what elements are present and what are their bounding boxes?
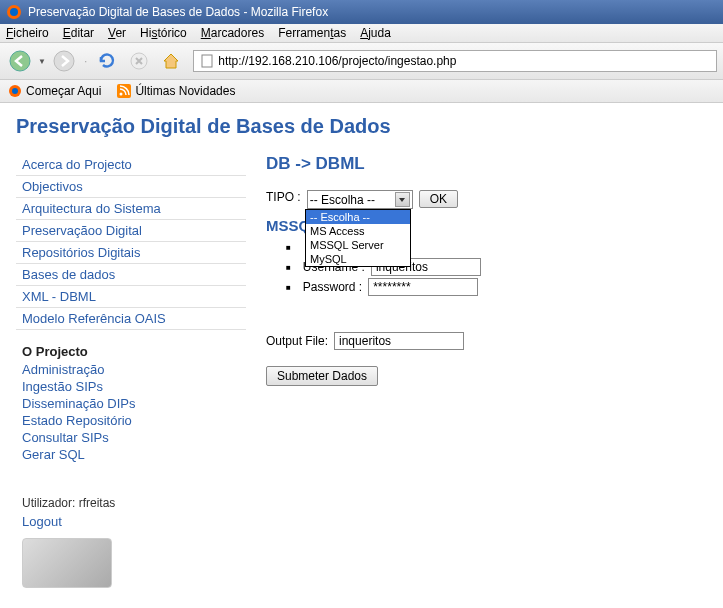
svg-point-1 bbox=[10, 8, 18, 16]
submit-button[interactable]: Submeter Dados bbox=[266, 366, 378, 386]
chevron-down-icon bbox=[395, 192, 410, 207]
output-label: Output File: bbox=[266, 334, 328, 348]
menu-historico[interactable]: Histórico bbox=[140, 26, 187, 40]
firefox-icon bbox=[6, 4, 22, 20]
form-row-password: Password : bbox=[286, 278, 707, 296]
menu-marcadores[interactable]: Marcadores bbox=[201, 26, 264, 40]
dropdown-option-mssql[interactable]: MSSQL Server bbox=[306, 238, 410, 252]
bookmark-novidades[interactable]: Últimas Novidades bbox=[117, 84, 235, 98]
sidebar-item-admin[interactable]: Administração bbox=[16, 361, 246, 378]
sidebar-item-repositorios[interactable]: Repositórios Digitais bbox=[16, 242, 246, 264]
dropdown-option-msaccess[interactable]: MS Access bbox=[306, 224, 410, 238]
sidebar-item-gerar[interactable]: Gerar SQL bbox=[16, 446, 246, 463]
firefox-small-icon bbox=[8, 84, 22, 98]
menu-editar[interactable]: Editar bbox=[63, 26, 94, 40]
user-label: Utilizador: rfreitas bbox=[16, 493, 246, 513]
svg-point-9 bbox=[120, 93, 123, 96]
home-button[interactable] bbox=[157, 47, 185, 75]
tipo-label: TIPO : bbox=[266, 190, 301, 204]
menu-ajuda[interactable]: Ajuda bbox=[360, 26, 391, 40]
sidebar-item-estado[interactable]: Estado Repositório bbox=[16, 412, 246, 429]
sidebar-item-disseminacao[interactable]: Disseminação DIPs bbox=[16, 395, 246, 412]
sidebar-item-objectivos[interactable]: Objectivos bbox=[16, 176, 246, 198]
rss-icon bbox=[117, 84, 131, 98]
page-icon bbox=[200, 54, 214, 68]
main-heading: DB -> DBML bbox=[266, 154, 707, 174]
svg-point-7 bbox=[12, 88, 18, 94]
nav-toolbar: ▼ · http://192.168.210.106/projecto/inge… bbox=[0, 43, 723, 80]
sidebar-item-preservacao[interactable]: Preservaçãoo Digital bbox=[16, 220, 246, 242]
password-label: Password : bbox=[303, 280, 362, 294]
bookmark-novidades-label: Últimas Novidades bbox=[135, 84, 235, 98]
back-dropdown-icon[interactable]: ▼ bbox=[38, 57, 46, 66]
dropdown-option-mysql[interactable]: MySQL bbox=[306, 252, 410, 266]
tipo-dropdown: -- Escolha -- MS Access MSSQL Server MyS… bbox=[305, 209, 411, 267]
menu-ficheiro[interactable]: Ficheiro bbox=[6, 26, 49, 40]
bookmark-toolbar: Começar Aqui Últimas Novidades bbox=[0, 80, 723, 103]
sidebar-item-consultar[interactable]: Consultar SIPs bbox=[16, 429, 246, 446]
menu-bar: Ficheiro Editar Ver Histórico Marcadores… bbox=[0, 24, 723, 43]
stop-button[interactable] bbox=[125, 47, 153, 75]
page-title: Preservação Digital de Bases de Dados bbox=[16, 115, 707, 138]
ok-button[interactable]: OK bbox=[419, 190, 458, 208]
nav-separator: · bbox=[84, 54, 87, 68]
url-text: http://192.168.210.106/projecto/ingestao… bbox=[218, 54, 456, 68]
bookmark-comecar[interactable]: Começar Aqui bbox=[8, 84, 101, 98]
sidebar: Acerca do Projecto Objectivos Arquitectu… bbox=[16, 154, 246, 596]
reload-button[interactable] bbox=[93, 47, 121, 75]
svg-rect-5 bbox=[202, 55, 212, 67]
sidebar-item-xml[interactable]: XML - DBML bbox=[16, 286, 246, 308]
sidebar-item-ingestao[interactable]: Ingestão SIPs bbox=[16, 378, 246, 395]
sidebar-item-bases[interactable]: Bases de dados bbox=[16, 264, 246, 286]
menu-ver[interactable]: Ver bbox=[108, 26, 126, 40]
menu-ferramentas[interactable]: Ferramentas bbox=[278, 26, 346, 40]
main-content: DB -> DBML TIPO : -- Escolha -- OK -- Es… bbox=[266, 154, 707, 596]
back-button[interactable] bbox=[6, 47, 34, 75]
sidebar-item-modelo[interactable]: Modelo Referência OAIS bbox=[16, 308, 246, 330]
tipo-select[interactable]: -- Escolha -- bbox=[307, 190, 413, 209]
sidebar-heading-projecto: O Projecto bbox=[16, 330, 246, 361]
sidebar-item-acerca[interactable]: Acerca do Projecto bbox=[16, 154, 246, 176]
url-bar[interactable]: http://192.168.210.106/projecto/ingestao… bbox=[193, 50, 717, 72]
window-title: Preservação Digital de Bases de Dados - … bbox=[28, 5, 328, 19]
bookmark-comecar-label: Começar Aqui bbox=[26, 84, 101, 98]
dropdown-option-escolha[interactable]: -- Escolha -- bbox=[306, 210, 410, 224]
sidebar-item-arquitectura[interactable]: Arquitectura do Sistema bbox=[16, 198, 246, 220]
tipo-select-value: -- Escolha -- bbox=[310, 193, 375, 207]
sidebar-image bbox=[22, 538, 112, 588]
svg-point-3 bbox=[54, 51, 74, 71]
forward-button[interactable] bbox=[50, 47, 78, 75]
svg-point-2 bbox=[10, 51, 30, 71]
logout-link[interactable]: Logout bbox=[16, 513, 246, 530]
password-input[interactable] bbox=[368, 278, 478, 296]
output-input[interactable] bbox=[334, 332, 464, 350]
window-titlebar: Preservação Digital de Bases de Dados - … bbox=[0, 0, 723, 24]
